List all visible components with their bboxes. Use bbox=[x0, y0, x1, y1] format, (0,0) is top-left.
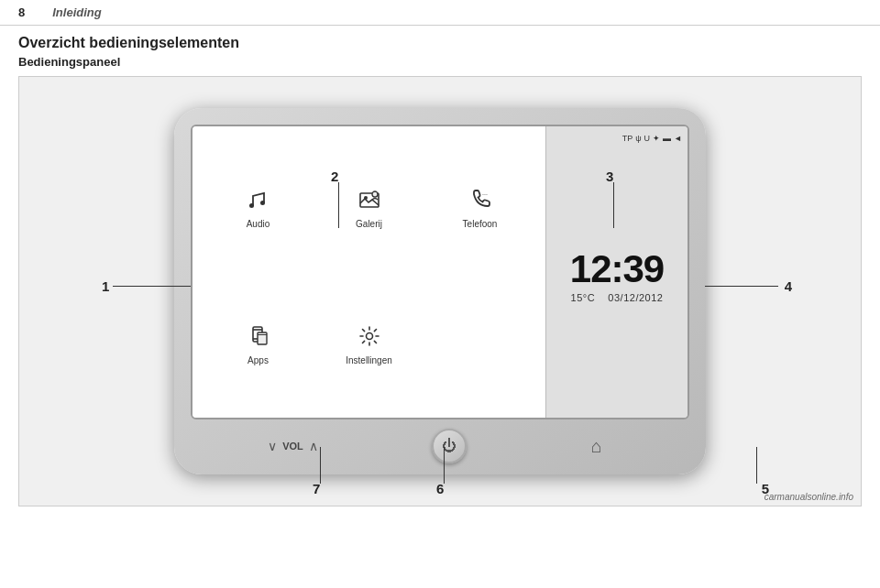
status-bt: ✦ bbox=[653, 134, 660, 143]
audio-label: Audio bbox=[247, 219, 270, 229]
screen: Audio bbox=[191, 125, 689, 419]
callout-4: 4 bbox=[785, 278, 792, 294]
clock-area: 12:39 15°C 03/12/2012 bbox=[570, 143, 664, 410]
screen-menu-panel: Audio bbox=[192, 126, 545, 418]
callout-1: 1 bbox=[102, 278, 109, 294]
section-subheading: Bedieningspaneel bbox=[0, 53, 880, 76]
svg-point-11 bbox=[366, 332, 372, 339]
instellingen-label: Instellingen bbox=[346, 355, 392, 365]
vol-label: VOL bbox=[282, 441, 303, 452]
callout-line-3 bbox=[613, 182, 614, 228]
callout-line-6 bbox=[444, 447, 445, 484]
vol-down-button[interactable]: ∨ bbox=[268, 439, 277, 453]
menu-item-galerij[interactable]: Galerij bbox=[317, 143, 421, 272]
device-controls: ∨ VOL ∧ ⏻ ⌂ bbox=[174, 429, 706, 463]
menu-item-apps[interactable]: Apps bbox=[206, 279, 310, 408]
svg-point-4 bbox=[372, 191, 378, 197]
clock-time: 12:39 bbox=[570, 250, 664, 289]
callout-line-7 bbox=[320, 447, 321, 484]
menu-item-telefoon[interactable]: ··· Telefoon bbox=[428, 143, 532, 272]
status-bat: ▬ bbox=[663, 134, 671, 143]
telefoon-icon: ··· bbox=[468, 187, 493, 216]
status-vol: ◄ bbox=[674, 134, 682, 143]
section-heading: Overzicht bedieningselementen bbox=[0, 26, 880, 53]
vol-control: ∨ VOL ∧ bbox=[268, 439, 318, 453]
status-bar: TP ψ U ✦ ▬ ◄ bbox=[552, 134, 682, 143]
page-title: Inleiding bbox=[52, 5, 101, 19]
instellingen-icon bbox=[357, 323, 382, 353]
svg-rect-9 bbox=[258, 332, 267, 344]
galerij-icon bbox=[357, 187, 382, 216]
home-button[interactable]: ⌂ bbox=[581, 430, 612, 462]
callout-line-5 bbox=[756, 447, 757, 484]
power-button[interactable]: ⏻ bbox=[432, 429, 467, 463]
status-u: U bbox=[644, 134, 651, 143]
page-header: 8 Inleiding bbox=[0, 0, 880, 26]
clock-date-temp: 15°C 03/12/2012 bbox=[571, 292, 664, 303]
screen-clock-panel: TP ψ U ✦ ▬ ◄ 12:39 15°C 03/12/2012 bbox=[545, 126, 688, 418]
watermark: carmanualsonline.info bbox=[764, 492, 853, 502]
apps-label: Apps bbox=[248, 355, 269, 365]
callout-line-1 bbox=[113, 286, 191, 287]
menu-grid: Audio bbox=[206, 136, 532, 408]
callout-line-4 bbox=[705, 286, 778, 287]
svg-text:···: ··· bbox=[482, 191, 488, 198]
galerij-label: Galerij bbox=[356, 219, 382, 229]
menu-item-audio[interactable]: Audio bbox=[206, 143, 310, 272]
home-icon: ⌂ bbox=[591, 436, 602, 457]
svg-point-1 bbox=[260, 201, 265, 205]
apps-icon bbox=[246, 323, 271, 353]
callout-line-2 bbox=[338, 182, 339, 228]
menu-item-instellingen[interactable]: Instellingen bbox=[317, 279, 421, 408]
vol-up-button[interactable]: ∧ bbox=[309, 439, 318, 453]
telefoon-label: Telefoon bbox=[463, 219, 498, 229]
clock-date: 03/12/2012 bbox=[608, 292, 663, 303]
audio-icon bbox=[246, 187, 271, 216]
page-number: 8 bbox=[18, 5, 25, 19]
diagram-container: Audio bbox=[18, 76, 862, 506]
clock-temp: 15°C bbox=[571, 292, 596, 303]
svg-point-0 bbox=[249, 203, 254, 208]
device-shell: Audio bbox=[174, 108, 706, 474]
status-psi: ψ bbox=[635, 134, 641, 143]
status-tp: TP bbox=[622, 134, 633, 143]
